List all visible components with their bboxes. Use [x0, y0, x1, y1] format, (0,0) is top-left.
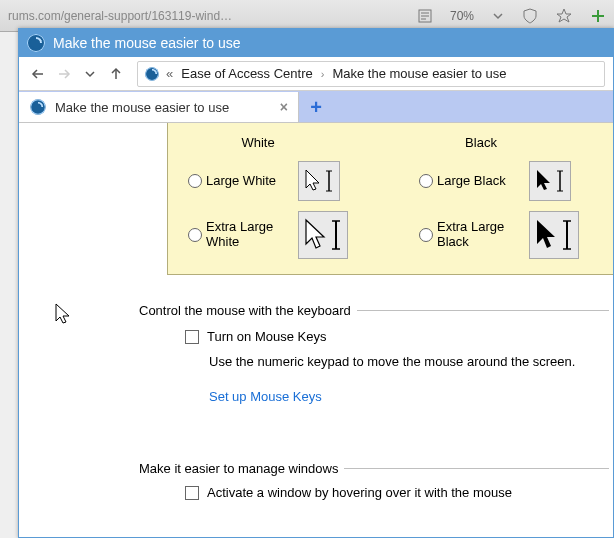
breadcrumb-root[interactable]: Ease of Access Centre — [181, 66, 313, 81]
nav-back-button[interactable] — [27, 63, 49, 85]
pointer-preview — [298, 161, 340, 201]
pointer-option-large-white[interactable]: Large White — [168, 157, 391, 205]
pointer-option-white-top: White — [168, 129, 391, 157]
pointer-scheme-panel: White Black Large White — [167, 123, 613, 275]
manage-windows-section: Make it easier to manage windows Activat… — [139, 461, 609, 500]
mouse-keys-section: Control the mouse with the keyboard Turn… — [139, 303, 609, 404]
setup-mouse-keys-link[interactable]: Set up Mouse Keys — [209, 389, 609, 404]
breadcrumb-leaf[interactable]: Make the mouse easier to use — [332, 66, 506, 81]
reader-icon — [418, 9, 432, 23]
chevron-down-icon — [492, 10, 504, 22]
pointer-preview — [298, 211, 348, 259]
nav-recent-dropdown[interactable] — [79, 63, 101, 85]
radio-icon[interactable] — [419, 174, 433, 188]
checkbox-label: Turn on Mouse Keys — [207, 329, 326, 344]
pointer-label: Extra Large White — [206, 220, 294, 250]
content-area: White Black Large White — [19, 123, 613, 537]
pointer-label: White — [214, 136, 302, 151]
checkbox-icon[interactable] — [185, 330, 199, 344]
svg-marker-28 — [537, 220, 555, 248]
pointer-label: Extra Large Black — [437, 220, 525, 250]
pointer-label: Black — [437, 136, 525, 151]
window-title: Make the mouse easier to use — [53, 35, 241, 51]
chevron-right-icon: › — [319, 68, 327, 80]
radio-icon[interactable] — [188, 228, 202, 242]
shield-icon — [522, 8, 538, 24]
tab-icon — [30, 99, 45, 114]
pointer-option-extra-large-white[interactable]: Extra Large White — [168, 205, 391, 265]
ease-of-access-window: Make the mouse easier to use « Ease of A… — [18, 28, 614, 538]
pointer-label: Large White — [206, 174, 294, 189]
app-icon — [27, 34, 45, 52]
checkbox-icon[interactable] — [185, 486, 199, 500]
tab-label: Make the mouse easier to use — [55, 100, 229, 115]
tab-active[interactable]: Make the mouse easier to use × — [19, 92, 299, 122]
tab-close-button[interactable]: × — [280, 99, 288, 115]
pointer-option-large-black[interactable]: Large Black — [391, 157, 613, 205]
mouse-keys-description: Use the numeric keypad to move the mouse… — [209, 354, 609, 369]
pointer-option-extra-large-black[interactable]: Extra Large Black — [391, 205, 613, 265]
pointer-option-black-top: Black — [391, 129, 613, 157]
host-cursor-icon — [55, 303, 75, 327]
nav-up-button[interactable] — [105, 63, 127, 85]
new-tab-button[interactable]: + — [299, 92, 333, 122]
mouse-keys-checkbox-row[interactable]: Turn on Mouse Keys — [185, 329, 609, 344]
hover-activate-checkbox-row[interactable]: Activate a window by hovering over it wi… — [185, 485, 609, 500]
star-icon — [556, 8, 572, 24]
breadcrumb-overflow-icon[interactable]: « — [166, 66, 175, 81]
nav-forward-button[interactable] — [53, 63, 75, 85]
titlebar[interactable]: Make the mouse easier to use — [19, 29, 613, 57]
radio-icon[interactable] — [188, 174, 202, 188]
pointer-preview — [529, 211, 579, 259]
pointer-preview — [529, 161, 571, 201]
tabstrip: Make the mouse easier to use × + — [19, 91, 613, 123]
svg-marker-16 — [306, 170, 319, 190]
nav-toolbar: « Ease of Access Centre › Make the mouse… — [19, 57, 613, 91]
section-legend: Make it easier to manage windows — [139, 461, 344, 476]
svg-marker-24 — [306, 220, 324, 248]
radio-icon[interactable] — [419, 228, 433, 242]
svg-marker-32 — [56, 304, 69, 323]
svg-marker-20 — [537, 170, 550, 190]
svg-marker-4 — [557, 9, 571, 22]
address-bar[interactable]: « Ease of Access Centre › Make the mouse… — [137, 61, 605, 87]
pointer-label: Large Black — [437, 174, 525, 189]
section-legend: Control the mouse with the keyboard — [139, 303, 357, 318]
background-url: rums.com/general-support/163119-wind… — [8, 9, 232, 23]
add-icon — [590, 8, 606, 24]
zoom-level: 70% — [450, 9, 474, 23]
ease-of-access-icon — [145, 67, 159, 81]
checkbox-label: Activate a window by hovering over it wi… — [207, 485, 512, 500]
